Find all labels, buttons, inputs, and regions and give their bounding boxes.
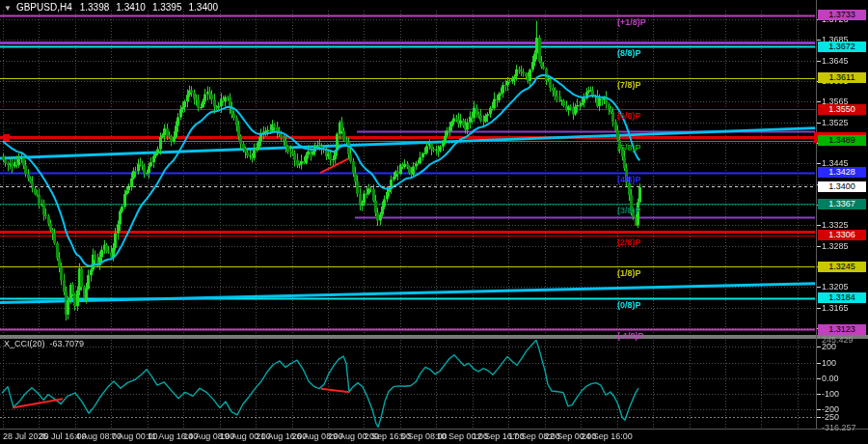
- chart-canvas[interactable]: [0, 0, 868, 444]
- ohlc-low: 1.3395: [152, 2, 182, 13]
- mt4-chart-window: ▼GBPUSD,H41.33981.34101.33951.3400 X_CCI…: [0, 0, 868, 444]
- ohlc-high: 1.3410: [116, 2, 146, 13]
- indicator-value: -63.7079: [50, 339, 85, 348]
- ohlc-close: 1.3400: [189, 2, 219, 13]
- symbol-dropdown-icon[interactable]: ▼: [4, 4, 12, 13]
- indicator-name: X_CCI(20): [4, 339, 45, 348]
- indicator-label: X_CCI(20)-63.7079: [4, 339, 89, 348]
- ohlc-open: 1.3398: [80, 2, 110, 13]
- chart-header: ▼GBPUSD,H41.33981.34101.33951.3400: [4, 2, 225, 13]
- symbol-period-label: GBPUSD,H4: [16, 2, 72, 13]
